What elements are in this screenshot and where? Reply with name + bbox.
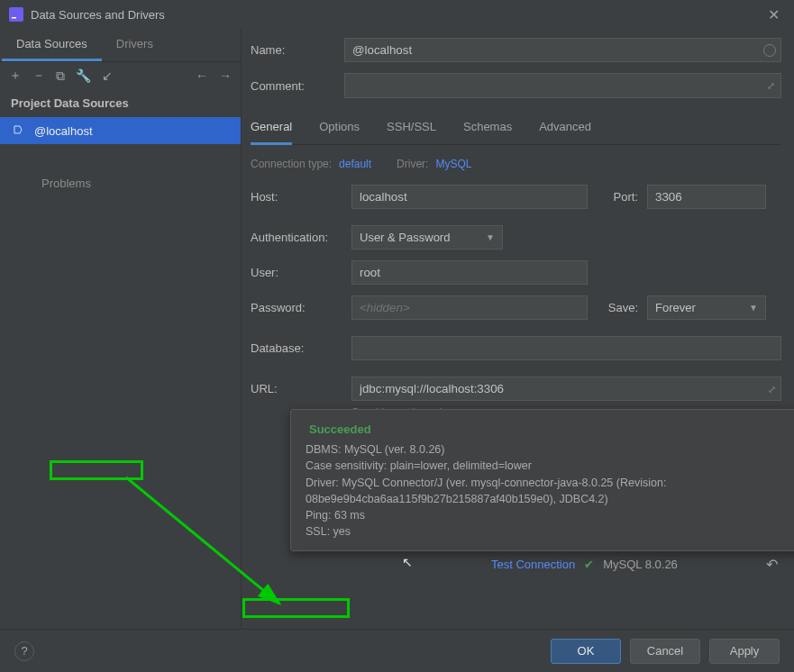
save-value: Forever [655,301,696,314]
url-label: URL: [251,382,351,395]
tab-drivers[interactable]: Drivers [102,29,168,61]
wrench-icon[interactable]: 🔧 [76,68,91,83]
password-input[interactable] [351,295,588,320]
forward-icon[interactable]: → [219,68,232,83]
comment-input[interactable]: ⤢ [344,73,781,98]
save-select[interactable]: Forever ▼ [647,295,766,320]
name-label: Name: [251,43,344,57]
chevron-down-icon: ▼ [486,232,495,242]
ok-button[interactable]: OK [551,639,621,664]
user-input[interactable] [351,260,588,285]
database-input[interactable] [351,336,781,360]
user-label: User: [251,266,351,279]
expand-icon[interactable]: ⤢ [768,383,776,395]
save-label: Save: [588,301,638,314]
subtab-advanced[interactable]: Advanced [539,114,591,144]
host-label: Host: [251,190,351,204]
dbms-line: DBMS: MySQL (ver. 8.0.26) [306,441,794,458]
check-icon: ✔ [584,558,594,571]
subtab-general[interactable]: General [251,114,292,145]
password-label: Password: [251,301,351,314]
name-input[interactable] [344,38,781,62]
datasource-icon [13,123,27,138]
datasource-label: @localhost [34,124,93,138]
driver-line1: Driver: MySQL Connector/J (ver. mysql-co… [306,475,794,491]
case-line: Case sensitivity: plain=lower, delimited… [306,458,794,474]
datasource-item[interactable]: @localhost [0,117,241,144]
port-input[interactable] [647,185,766,209]
tab-data-sources[interactable]: Data Sources [2,29,102,61]
url-input[interactable] [351,377,781,401]
driver-link[interactable]: MySQL [435,158,471,170]
comment-label: Comment: [251,79,344,93]
auth-label: Authentication: [251,231,351,244]
cancel-button[interactable]: Cancel [630,639,700,664]
reset-icon[interactable]: ↙ [102,68,113,83]
color-ring-icon[interactable] [763,44,776,57]
undo-icon[interactable]: ↶ [766,556,778,573]
add-icon[interactable]: ＋ [9,68,22,84]
expand-icon[interactable]: ⤢ [767,80,775,92]
section-header: Project Data Sources [0,89,241,117]
database-label: Database: [251,341,351,355]
auth-value: User & Password [360,231,450,244]
copy-icon[interactable]: ⧉ [56,68,65,84]
connection-result-popup: Copy Succeeded DBMS: MySQL (ver. 8.0.26)… [290,409,794,551]
window-title: Data Sources and Drivers [31,8,762,22]
sidebar-item-problems[interactable]: Problems [0,169,241,197]
svg-rect-1 [12,17,16,19]
status-succeeded: Succeeded [306,421,375,438]
conn-type-label: Connection type: [251,158,332,170]
back-icon[interactable]: ← [196,68,208,83]
port-label: Port: [588,190,638,204]
subtab-options[interactable]: Options [319,114,360,144]
driver-line2: 08be9e9b4cba6aa115f9b27b215887af40b159e0… [306,491,794,507]
close-icon[interactable]: ✕ [762,5,785,25]
app-icon [9,7,23,22]
remove-icon[interactable]: － [32,68,45,84]
driver-label: Driver: [397,158,428,170]
apply-button[interactable]: Apply [709,639,780,664]
chevron-down-icon: ▼ [749,303,758,313]
subtab-schemas[interactable]: Schemas [463,114,512,144]
help-button[interactable]: ? [14,641,34,661]
sidebar-tabs: Data Sources Drivers [0,29,241,62]
host-input[interactable] [351,185,588,209]
db-version: MySQL 8.0.26 [603,558,678,571]
ping-line: Ping: 63 ms [306,507,794,523]
test-connection-link[interactable]: Test Connection [491,558,575,571]
auth-select[interactable]: User & Password ▼ [351,225,503,250]
ssl-line: SSL: yes [306,523,794,540]
conn-type-link[interactable]: default [339,158,371,170]
subtab-sshssl[interactable]: SSH/SSL [387,114,436,144]
